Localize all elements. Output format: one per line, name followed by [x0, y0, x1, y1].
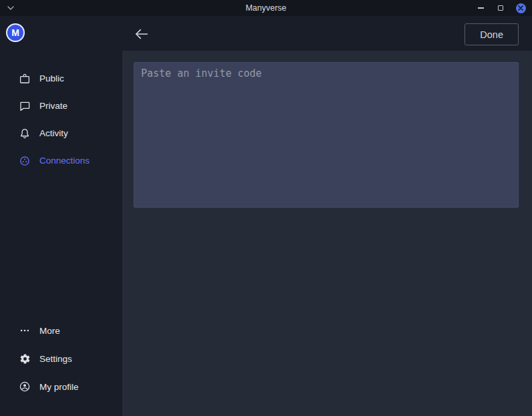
- sidebar-item-label: Public: [39, 73, 64, 83]
- settings-gear-icon: [19, 353, 31, 365]
- profile-icon: [19, 381, 31, 393]
- sidebar-item-label: Settings: [39, 354, 72, 364]
- app-header: M Done: [0, 16, 532, 51]
- logo-letter: M: [11, 27, 19, 38]
- manyverse-logo: M: [6, 23, 25, 42]
- private-messages-icon: [19, 100, 31, 112]
- sidebar-item-public[interactable]: Public: [0, 65, 122, 92]
- sidebar: Public Private Activity Connections: [0, 51, 122, 416]
- activity-bell-icon: [19, 128, 31, 140]
- window-controls: [475, 0, 527, 16]
- close-icon: [516, 3, 526, 13]
- sidebar-item-label: More: [39, 326, 60, 336]
- public-icon: [19, 73, 31, 85]
- sidebar-bottom-nav: More Settings My profile: [0, 317, 122, 401]
- back-button[interactable]: [132, 25, 151, 43]
- connections-swarm-icon: [19, 155, 31, 167]
- sidebar-item-label: Private: [39, 101, 68, 111]
- chevron-down-icon: [7, 6, 14, 10]
- sidebar-item-more[interactable]: More: [0, 317, 122, 345]
- sidebar-item-activity[interactable]: Activity: [0, 120, 122, 147]
- done-button[interactable]: Done: [464, 23, 519, 45]
- sidebar-item-label: My profile: [39, 382, 79, 392]
- close-button[interactable]: [515, 2, 527, 14]
- minimize-icon: [478, 7, 484, 9]
- titlebar: Manyverse: [0, 0, 532, 16]
- sidebar-item-connections[interactable]: Connections: [0, 147, 122, 174]
- sidebar-item-label: Activity: [39, 128, 68, 138]
- invite-code-input[interactable]: [134, 62, 519, 208]
- window-title: Manyverse: [0, 3, 532, 13]
- window-menu-button[interactable]: [6, 3, 15, 13]
- more-dots-icon: [19, 325, 31, 337]
- manyverse-window: Manyverse M Done: [0, 0, 532, 416]
- sidebar-item-my-profile[interactable]: My profile: [0, 373, 122, 401]
- sidebar-item-settings[interactable]: Settings: [0, 345, 122, 373]
- sidebar-nav: Public Private Activity Connections: [0, 65, 122, 174]
- restore-icon: [498, 5, 503, 11]
- restore-button[interactable]: [495, 2, 507, 14]
- sidebar-item-private[interactable]: Private: [0, 92, 122, 120]
- minimize-button[interactable]: [475, 2, 487, 14]
- invite-content-area: [122, 51, 532, 416]
- sidebar-item-label: Connections: [39, 156, 90, 166]
- back-arrow-icon: [134, 28, 149, 40]
